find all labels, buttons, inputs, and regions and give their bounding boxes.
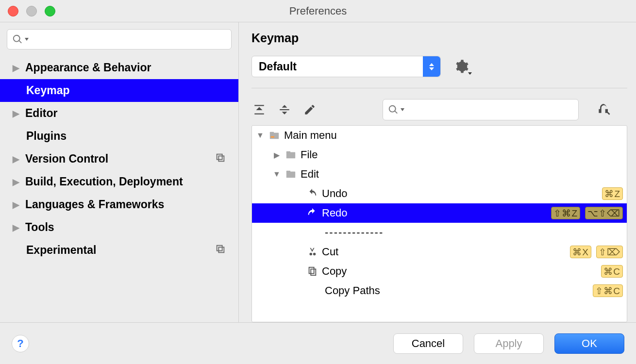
folder-icon bbox=[268, 130, 280, 141]
search-icon bbox=[388, 104, 399, 115]
tree-action-undo[interactable]: Undo ⌘Z bbox=[252, 184, 627, 203]
scheme-icon bbox=[215, 152, 226, 166]
sidebar-item-experimental[interactable]: Experimental bbox=[0, 239, 238, 262]
expand-icon: ▶ bbox=[13, 154, 19, 165]
shortcut-badge: ⌘C bbox=[601, 265, 623, 278]
redo-icon bbox=[306, 207, 318, 219]
tree-action-redo[interactable]: Redo ⇧⌘Z ⌥⇧⌫ bbox=[252, 203, 627, 223]
shortcut-badge: ⌥⇧⌫ bbox=[585, 207, 623, 219]
svg-rect-9 bbox=[271, 136, 274, 138]
tree-label: Undo bbox=[322, 187, 348, 200]
sidebar-item-tools[interactable]: ▶ Tools bbox=[0, 216, 238, 239]
tree-label: Main menu bbox=[284, 129, 337, 142]
shortcut-badge: ⇧⌘C bbox=[593, 284, 623, 297]
svg-rect-5 bbox=[254, 114, 264, 115]
action-tree[interactable]: ▼ Main menu ▶ File ▼ Edit bbox=[251, 125, 627, 322]
svg-rect-6 bbox=[280, 109, 289, 110]
settings-search[interactable] bbox=[7, 29, 232, 50]
search-dropdown-icon[interactable] bbox=[25, 38, 29, 41]
sidebar-item-label: Version Control bbox=[25, 152, 108, 165]
tree-label: Cut bbox=[322, 246, 338, 258]
action-search-input[interactable] bbox=[407, 104, 573, 116]
edit-shortcut-button[interactable] bbox=[302, 102, 318, 117]
expand-all-icon bbox=[253, 103, 266, 116]
svg-rect-15 bbox=[311, 269, 316, 275]
scheme-actions-button[interactable] bbox=[454, 59, 469, 74]
zoom-window-button[interactable] bbox=[45, 6, 55, 17]
gear-icon bbox=[454, 59, 469, 74]
sidebar-item-keymap[interactable]: Keymap bbox=[0, 79, 238, 102]
sidebar-item-appearance-behavior[interactable]: ▶ Appearance & Behavior bbox=[0, 56, 238, 79]
copy-icon bbox=[306, 265, 318, 277]
sidebar-item-languages-frameworks[interactable]: ▶ Languages & Frameworks bbox=[0, 193, 238, 216]
find-by-shortcut-button[interactable] bbox=[596, 102, 612, 117]
toolbar bbox=[251, 99, 627, 120]
folder-icon bbox=[285, 168, 297, 180]
expand-icon: ▶ bbox=[13, 222, 19, 233]
shortcut-badge: ⌘X bbox=[570, 246, 591, 258]
search-dropdown-icon[interactable] bbox=[401, 108, 404, 111]
svg-rect-1 bbox=[218, 156, 224, 161]
sidebar-item-label: Tools bbox=[25, 221, 54, 234]
svg-rect-7 bbox=[270, 133, 279, 139]
tree-action-cut[interactable]: Cut ⌘X ⇧⌦ bbox=[252, 242, 627, 262]
keymap-scheme-select[interactable]: Default bbox=[251, 56, 441, 77]
page-title: Keymap bbox=[251, 31, 627, 45]
svg-rect-11 bbox=[286, 151, 290, 153]
expand-all-button[interactable] bbox=[251, 102, 267, 117]
expand-icon: ▶ bbox=[13, 63, 19, 73]
tree-group-file[interactable]: ▶ File bbox=[252, 145, 627, 165]
shortcut-group: ⇧⌘Z ⌥⇧⌫ bbox=[551, 207, 623, 219]
expand-icon[interactable]: ▶ bbox=[272, 150, 281, 160]
svg-rect-12 bbox=[286, 172, 295, 178]
folder-icon bbox=[285, 149, 297, 161]
sidebar-item-version-control[interactable]: ▶ Version Control bbox=[0, 148, 238, 170]
tree-group-main-menu[interactable]: ▼ Main menu bbox=[252, 126, 627, 145]
sidebar-item-build-execution-deployment[interactable]: ▶ Build, Execution, Deployment bbox=[0, 170, 238, 193]
close-window-button[interactable] bbox=[8, 6, 18, 17]
pencil-icon bbox=[303, 103, 316, 116]
collapse-all-button[interactable] bbox=[277, 102, 292, 117]
collapse-icon[interactable]: ▼ bbox=[256, 131, 265, 140]
apply-button[interactable]: Apply bbox=[474, 333, 544, 354]
shortcut-group: ⌘Z bbox=[602, 187, 623, 200]
collapse-all-icon bbox=[278, 103, 291, 116]
dropdown-icon bbox=[468, 72, 472, 75]
shortcut-group: ⇧⌘C bbox=[593, 284, 623, 297]
separator-text: ------------- bbox=[325, 226, 384, 239]
tree-action-copy[interactable]: Copy ⌘C bbox=[252, 262, 627, 281]
sidebar-item-label: Build, Execution, Deployment bbox=[25, 175, 183, 188]
sidebar-item-label: Plugins bbox=[26, 130, 67, 143]
scheme-stepper-icon[interactable] bbox=[423, 56, 440, 77]
collapse-icon[interactable]: ▼ bbox=[272, 170, 281, 179]
window-controls bbox=[8, 6, 55, 17]
sidebar-item-label: Experimental bbox=[26, 244, 96, 257]
sidebar-item-plugins[interactable]: Plugins bbox=[0, 125, 238, 148]
shortcut-group: ⌘X ⇧⌦ bbox=[570, 246, 623, 258]
settings-search-input[interactable] bbox=[32, 34, 226, 45]
help-button[interactable]: ? bbox=[12, 335, 29, 352]
expand-icon: ▶ bbox=[13, 108, 19, 119]
scheme-value: Default bbox=[259, 60, 297, 73]
ok-button[interactable]: OK bbox=[554, 333, 624, 354]
minimize-window-button[interactable] bbox=[26, 6, 37, 17]
find-by-shortcut-icon bbox=[596, 102, 612, 117]
undo-icon bbox=[306, 188, 318, 199]
expand-icon: ▶ bbox=[13, 177, 19, 187]
sidebar-item-label: Languages & Frameworks bbox=[25, 198, 164, 211]
tree-label: Redo bbox=[322, 207, 348, 219]
cancel-button[interactable]: Cancel bbox=[393, 333, 463, 354]
tree-label: Copy Paths bbox=[325, 284, 380, 297]
sidebar-item-editor[interactable]: ▶ Editor bbox=[0, 102, 238, 125]
svg-rect-10 bbox=[286, 152, 295, 159]
expand-icon: ▶ bbox=[13, 199, 19, 210]
sidebar-item-label: Appearance & Behavior bbox=[25, 61, 151, 74]
tree-action-copy-paths[interactable]: Copy Paths ⇧⌘C bbox=[252, 281, 627, 300]
cut-icon bbox=[306, 246, 318, 258]
dialog-footer: ? Cancel Apply OK bbox=[0, 322, 636, 364]
search-icon bbox=[12, 34, 23, 45]
tree-group-edit[interactable]: ▼ Edit bbox=[252, 165, 627, 184]
tree-label: Edit bbox=[301, 168, 319, 181]
svg-rect-8 bbox=[270, 132, 274, 134]
action-search[interactable] bbox=[383, 99, 579, 120]
